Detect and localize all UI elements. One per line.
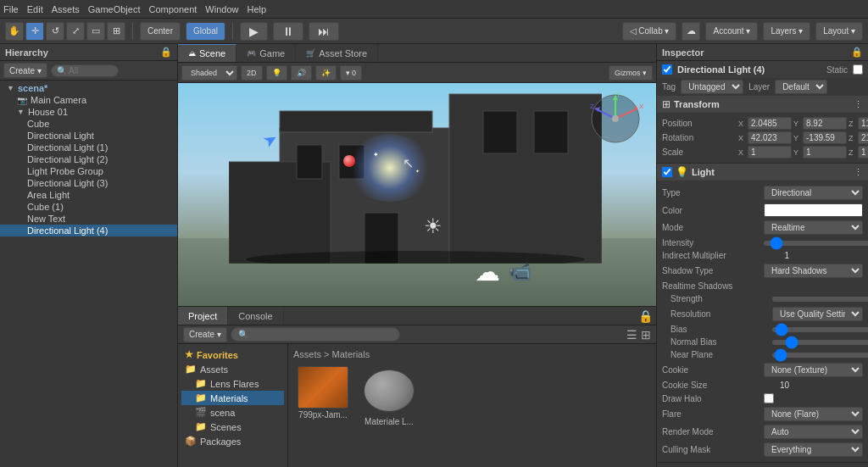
gizmo-widget[interactable]: X Y Z [588,92,643,147]
cloud-btn[interactable]: ☁ [682,22,700,41]
global-btn[interactable]: Global [186,22,225,41]
collab-btn[interactable]: ◁ Collab ▾ [622,22,677,41]
hier-item-dirlight1[interactable]: Directional Light (1) [0,142,177,153]
near-plane-slider[interactable] [772,353,868,358]
scale-z-input[interactable] [858,146,868,158]
type-dropdown[interactable]: Directional [764,186,863,200]
hier-item-cube[interactable]: Cube [0,118,177,130]
hier-item-dirlight2[interactable]: Directional Light (2) [0,153,177,165]
asset-item-texture[interactable]: 799px-Jam... [293,366,353,426]
culling-dropdown[interactable]: Everything [764,442,863,457]
pos-z-input[interactable] [858,117,868,130]
fav-scenes[interactable]: 📁 Scenes [181,420,284,434]
shaded-dropdown[interactable]: Shaded [181,65,237,81]
menu-edit[interactable]: Edit [27,4,43,14]
zero-btn[interactable]: ▾ 0 [340,65,363,81]
audio-toggle[interactable]: 🔊 [291,65,312,81]
hier-item-lightprobe[interactable]: Light Probe Group [0,165,177,177]
strength-slider[interactable] [772,297,868,302]
light-enabled-checkbox[interactable] [662,167,672,177]
pause-btn[interactable]: ⏸ [273,22,303,41]
scale-y-input[interactable] [803,146,847,158]
scene-viewport[interactable]: ✦ ✦ ☀ ☁ 📹 X Y Z [178,83,656,306]
rect-tool-btn[interactable]: ▭ [86,22,105,41]
hier-item-maincamera[interactable]: 📷 Main Camera [0,94,177,106]
draw-halo-checkbox[interactable] [764,393,774,403]
tab-scene[interactable]: ⛰ Scene [178,44,236,62]
project-grid-icon[interactable]: ⊞ [641,328,651,342]
tab-game[interactable]: 🎮 Game [236,44,296,62]
transform-header[interactable]: ⊞ Transform ⋮ [657,96,868,113]
step-btn[interactable]: ⏭ [309,22,339,41]
layout-btn[interactable]: Layout ▾ [815,22,863,41]
project-lock-icon[interactable]: 🔒 [638,309,653,323]
menu-gameobject[interactable]: GameObject [88,4,141,14]
rot-z-input[interactable] [858,131,868,144]
tab-console[interactable]: Console [228,307,283,325]
gizmos-btn[interactable]: Gizmos ▾ [609,65,653,81]
obj-enabled-checkbox[interactable] [662,64,672,75]
light-toggle[interactable]: 💡 [266,65,287,81]
light-icon: 💡 [676,166,688,178]
fav-materials[interactable]: 📁 Materials [181,391,284,405]
tag-dropdown[interactable]: Untagged [681,80,743,94]
hier-item-scene[interactable]: ▼ scena* [0,82,177,94]
hier-item-cube1[interactable]: Cube (1) [0,201,177,213]
scale-x-input[interactable] [748,146,792,158]
hier-item-dirlight[interactable]: Directional Light [0,130,177,142]
fav-assets[interactable]: 📁 Assets [181,362,284,376]
transform-tool-btn[interactable]: ⊞ [107,22,125,41]
fav-lensflares[interactable]: 📁 Lens Flares [181,376,284,391]
bias-slider[interactable] [772,327,868,332]
menu-help[interactable]: Help [247,4,266,14]
pos-x-input[interactable] [748,117,792,130]
rot-y-input[interactable] [803,131,847,144]
hier-item-house01[interactable]: ▼ House 01 [0,106,177,118]
cookie-dropdown[interactable]: None (Texture) [764,363,863,377]
fav-packages[interactable]: 📦 Packages [181,434,284,448]
hierarchy-create-btn[interactable]: Create ▾ [3,63,47,78]
hierarchy-search-input[interactable] [51,64,119,77]
scale-tool-btn[interactable]: ⤢ [66,22,85,41]
hier-item-dirlight4[interactable]: Directional Light (4) [0,225,177,236]
menu-component[interactable]: Component [148,4,197,14]
center-btn[interactable]: Center [140,22,181,41]
menu-assets[interactable]: Assets [52,4,80,14]
rotate-tool-btn[interactable]: ↺ [46,22,64,41]
static-checkbox[interactable] [853,64,863,75]
render-mode-dropdown[interactable]: Auto [764,425,863,439]
play-btn[interactable]: ▶ [240,22,268,41]
hier-item-newtext[interactable]: New Text [0,213,177,225]
shadow-type-row: Shadow Type Hard Shadows [662,262,863,280]
account-btn[interactable]: Account ▾ [705,22,758,41]
hier-item-dirlight3[interactable]: Directional Light (3) [0,177,177,189]
menu-window[interactable]: Window [205,4,238,14]
rot-x-input[interactable] [748,131,792,144]
color-swatch[interactable] [764,203,863,217]
hier-arealight-label: Area Light [27,190,70,200]
layers-btn[interactable]: Layers ▾ [763,22,810,41]
layer-dropdown[interactable]: Default [775,80,827,94]
pos-y-input[interactable] [803,117,847,130]
mode-dropdown[interactable]: Realtime [764,220,863,235]
menu-file[interactable]: File [3,4,19,14]
project-search-input[interactable] [231,327,400,342]
tab-asset-store[interactable]: 🛒 Asset Store [296,44,378,62]
2d-btn[interactable]: 2D [241,65,263,81]
resolution-dropdown[interactable]: Use Quality Settings [772,307,863,321]
light-header[interactable]: 💡 Light ⋮ [657,164,868,181]
tab-project[interactable]: Project [178,307,228,325]
project-toggle-icon[interactable]: ☰ [626,328,637,342]
project-create-btn[interactable]: Create ▾ [183,327,227,342]
intensity-slider[interactable] [764,241,868,246]
hand-tool-btn[interactable]: ✋ [5,22,24,41]
asset-item-material[interactable]: Materiale L... [359,366,419,426]
move-tool-btn[interactable]: ✛ [25,22,44,41]
hier-item-arealight[interactable]: Area Light [0,189,177,201]
fav-scena[interactable]: 🎬 scena [181,405,284,420]
asset-thumb-material [364,370,415,412]
flare-dropdown[interactable]: None (Flare) [764,407,863,421]
shadow-type-dropdown[interactable]: Hard Shadows [764,264,863,278]
normal-bias-slider[interactable] [772,340,868,345]
fx-toggle[interactable]: ✨ [315,65,337,81]
